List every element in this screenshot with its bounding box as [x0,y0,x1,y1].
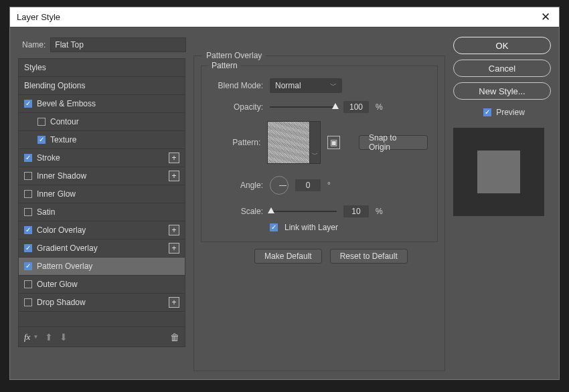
fx-menu-icon[interactable]: fx [24,332,30,342]
pattern-swatch[interactable] [267,121,310,164]
scale-unit: % [376,207,383,216]
name-label: Name: [22,40,46,50]
styles-header[interactable]: Styles [19,59,185,77]
ok-button[interactable]: OK [453,37,551,54]
style-row-color-overlay[interactable]: Color Overlay+ [19,221,185,239]
angle-input[interactable] [295,179,321,191]
chevron-down-icon: ﹀ [330,81,337,90]
new-style-button[interactable]: New Style... [453,82,551,100]
cancel-button[interactable]: Cancel [453,60,551,77]
style-row-bevel-emboss[interactable]: Bevel & Emboss [19,95,185,113]
style-label: Drop Shadow [37,298,164,307]
style-checkbox[interactable] [24,262,32,270]
style-row-stroke[interactable]: Stroke+ [19,149,185,167]
scale-slider[interactable] [270,211,337,212]
style-checkbox[interactable] [37,136,46,144]
style-row-satin[interactable]: Satin [19,203,185,221]
style-label: Color Overlay [37,225,164,235]
make-default-button[interactable]: Make Default [254,249,322,264]
scale-input[interactable] [343,205,369,217]
angle-unit: ° [327,181,331,190]
move-down-icon[interactable]: ⬇ [60,332,68,342]
style-row-texture[interactable]: Texture [19,131,185,149]
opacity-unit: % [376,102,383,112]
trash-icon[interactable]: 🗑 [170,332,179,342]
blending-options-row[interactable]: Blending Options [19,77,185,95]
style-checkbox[interactable] [24,208,32,216]
style-label: Inner Glow [37,189,179,199]
close-icon[interactable]: ✕ [539,10,552,24]
opacity-label: Opacity: [211,102,263,112]
move-up-icon[interactable]: ⬆ [45,332,53,342]
preview-box [453,128,544,216]
style-checkbox[interactable] [24,190,32,198]
name-input[interactable] [51,38,185,52]
blend-mode-label: Blend Mode: [211,81,263,90]
styles-panel: Styles Blending Options Bevel & EmbossCo… [18,58,185,347]
add-effect-button[interactable]: + [169,153,179,163]
new-preset-button[interactable]: ▣ [327,136,340,149]
style-row-outer-glow[interactable]: Outer Glow [19,276,185,294]
style-checkbox[interactable] [24,226,32,234]
reset-to-default-button[interactable]: Reset to Default [330,249,408,264]
dialog-title: Layer Style [17,12,60,22]
style-checkbox[interactable] [37,118,46,126]
style-label: Stroke [37,153,164,163]
link-with-layer-checkbox[interactable] [270,223,278,231]
add-effect-button[interactable]: + [169,171,179,181]
angle-label: Angle: [211,181,263,190]
style-label: Gradient Overlay [37,243,164,253]
style-row-inner-glow[interactable]: Inner Glow [19,185,185,203]
style-row-contour[interactable]: Contour [19,113,185,131]
add-effect-button[interactable]: + [169,225,179,235]
style-checkbox[interactable] [24,298,32,306]
preview-label: Preview [496,108,525,117]
style-checkbox[interactable] [24,280,32,288]
style-label: Bevel & Emboss [37,99,179,108]
scale-label: Scale: [211,207,263,216]
add-effect-button[interactable]: + [169,243,179,254]
add-effect-button[interactable]: + [169,297,179,308]
style-row-drop-shadow[interactable]: Drop Shadow+ [19,294,185,312]
style-label: Inner Shadow [37,171,164,181]
snap-to-origin-button[interactable]: Snap to Origin [359,135,428,150]
pattern-label: Pattern: [211,138,260,147]
style-checkbox[interactable] [24,154,32,162]
style-label: Satin [37,207,179,217]
style-checkbox[interactable] [24,100,32,108]
style-row-gradient-overlay[interactable]: Gradient Overlay+ [19,239,185,258]
style-row-inner-shadow[interactable]: Inner Shadow+ [19,167,185,185]
style-checkbox[interactable] [24,172,32,180]
preview-checkbox[interactable] [483,108,491,116]
preview-swatch [477,151,520,193]
style-row-pattern-overlay[interactable]: Pattern Overlay [19,258,185,276]
opacity-input[interactable] [343,101,369,113]
blend-mode-select[interactable]: Normal ﹀ [270,78,342,93]
style-label: Contour [50,117,179,126]
panel-title: Pattern Overlay [202,51,266,60]
chevron-down-icon: ﹀ [312,151,318,159]
style-label: Pattern Overlay [37,262,179,271]
style-label: Outer Glow [37,280,179,289]
chevron-down-icon: ▼ [33,334,38,340]
group-title: Pattern [208,61,241,70]
angle-dial[interactable] [270,176,289,195]
layer-style-dialog: Layer Style ✕ Name: Styles Blending Opti… [9,7,560,380]
opacity-slider[interactable] [270,106,337,108]
titlebar: Layer Style ✕ [10,7,559,27]
link-with-layer-label: Link with Layer [284,223,338,232]
styles-footer: fx ▼ ⬆ ⬇ 🗑 [19,326,185,347]
pattern-picker-dropdown[interactable]: ﹀ [310,121,321,164]
name-row: Name: [22,38,185,52]
pattern-overlay-panel: Pattern Overlay Pattern Blend Mode: Norm… [193,56,445,371]
pattern-group: Pattern Blend Mode: Normal ﹀ Opacity: [201,66,438,242]
style-checkbox[interactable] [24,244,32,252]
style-label: Texture [50,135,179,144]
